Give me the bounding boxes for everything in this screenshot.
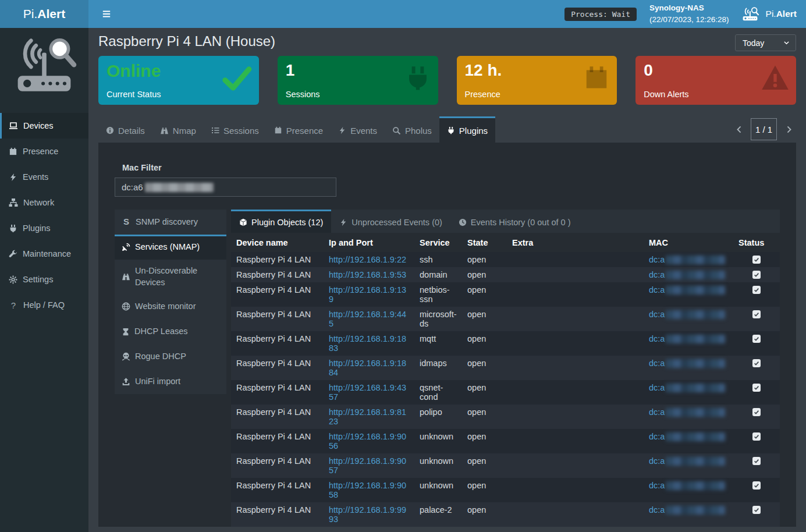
plugin-objects-table: Device name Ip and Port Service State Ex… [231, 233, 780, 527]
status-checkbox[interactable] [752, 384, 761, 392]
plugin-item-snmp-discovery[interactable]: S SNMP discovery [115, 210, 226, 235]
mac-link[interactable]: dc:a [649, 310, 725, 319]
brand-prefix: Pi. [23, 7, 38, 21]
plugin-item-rogue-dhcp[interactable]: Rogue DHCP [115, 344, 226, 369]
sidebar-item-settings[interactable]: Settings [0, 267, 88, 292]
tab-events[interactable]: Events [331, 116, 385, 143]
ip-port-link[interactable]: http://192.168.1.9:53 [329, 270, 406, 279]
mac-link[interactable]: dc:a [649, 505, 725, 515]
ip-port-link[interactable]: http://192.168.1.9:4357 [329, 383, 406, 402]
ip-port-link[interactable]: http://192.168.1.9:9993 [329, 505, 406, 524]
sidebar-item-presence[interactable]: Presence [0, 139, 88, 164]
period-select-value: Today [743, 38, 764, 48]
table-row: Raspberry Pi 4 LAN http://192.168.1.9:99… [231, 502, 780, 527]
clock-icon [459, 218, 467, 226]
sidebar-logo [0, 28, 88, 113]
sidebar-item-maintenance[interactable]: Maintenance [0, 241, 88, 267]
top-navbar: Process: Wait Synology-NAS (22/07/2023, … [88, 0, 806, 28]
mac-filter-input[interactable]: dc:a6 [115, 178, 336, 197]
ip-port-link[interactable]: http://192.168.1.9:9058 [329, 481, 406, 499]
ip-port-link[interactable]: http://192.168.1.9:22 [329, 255, 406, 264]
status-checkbox[interactable] [752, 335, 761, 343]
plugin-item-dhcp-leases[interactable]: DHCP Leases [115, 319, 226, 344]
col-device-name: Device name [231, 233, 324, 252]
mac-link[interactable]: dc:a [649, 456, 725, 466]
redacted-mac [666, 481, 725, 490]
tab-nmap[interactable]: Nmap [152, 116, 204, 143]
plugin-item-services-nmap[interactable]: Services (NMAP) [115, 235, 226, 260]
tab-plugins[interactable]: Plugins [439, 116, 495, 143]
brand-logo[interactable]: Pi.Alert [0, 0, 88, 28]
prev-page-button[interactable] [732, 118, 747, 140]
mac-link[interactable]: dc:a [649, 383, 725, 392]
next-page-button[interactable] [781, 118, 796, 140]
host-name: Synology-NAS [649, 2, 729, 14]
status-checkbox[interactable] [752, 432, 761, 441]
status-checkbox[interactable] [752, 408, 761, 416]
tab-plugin-objects[interactable]: Plugin Objects (12) [231, 210, 331, 233]
tab-pholus[interactable]: Pholus [385, 116, 439, 143]
status-checkbox[interactable] [752, 256, 761, 264]
ip-port-link[interactable]: http://192.168.1.9:1884 [329, 359, 406, 377]
plugin-item-undiscoverable-devices[interactable]: Un-Discoverable Devices [115, 260, 226, 294]
check-icon [754, 483, 759, 488]
ip-port-link[interactable]: http://192.168.1.9:1883 [329, 334, 406, 353]
redacted-mac-value [145, 183, 214, 192]
ip-port-link[interactable]: http://192.168.1.9:9056 [329, 432, 406, 451]
cube-icon [239, 218, 247, 226]
plugin-item-website-monitor[interactable]: Website monitor [115, 294, 226, 319]
sidebar-item-events[interactable]: Events [0, 164, 88, 190]
ip-port-link[interactable]: http://192.168.1.9:445 [329, 310, 406, 328]
router-search-icon [742, 6, 761, 22]
binoculars-icon [160, 126, 169, 135]
check-icon [754, 272, 759, 278]
mac-link[interactable]: dc:a [649, 432, 725, 441]
ip-port-link[interactable]: http://192.168.1.9:139 [329, 285, 406, 304]
mac-link[interactable]: dc:a [649, 334, 725, 343]
period-select[interactable]: Today [735, 34, 796, 51]
redacted-mac [666, 256, 725, 264]
sidebar-item-plugins[interactable]: Plugins [0, 215, 88, 241]
status-checkbox[interactable] [752, 286, 761, 294]
status-checkbox[interactable] [752, 271, 761, 279]
mac-link[interactable]: dc:a [649, 285, 725, 295]
redacted-mac [666, 457, 725, 466]
status-checkbox[interactable] [752, 506, 761, 514]
status-checkbox[interactable] [752, 359, 761, 367]
mac-link[interactable]: dc:a [649, 407, 725, 417]
mac-link[interactable]: dc:a [649, 270, 725, 279]
sidebar-menu: Devices Presence Events Network Plugins … [0, 113, 88, 318]
sidebar-item-devices[interactable]: Devices [0, 113, 88, 139]
card-current-status: Online Current Status [98, 56, 259, 105]
ip-port-link[interactable]: http://192.168.1.9:9057 [329, 456, 406, 475]
status-checkbox[interactable] [752, 310, 761, 318]
process-status-badge: Process: Wait [564, 8, 637, 21]
status-checkbox[interactable] [752, 481, 761, 490]
sidebar-item-help-faq[interactable]: ? Help / FAQ [0, 292, 88, 318]
tab-presence[interactable]: Presence [267, 116, 331, 143]
plugin-item-unifi-import[interactable]: UniFi import [115, 369, 226, 394]
table-row: Raspberry Pi 4 LAN http://192.168.1.9:90… [231, 453, 780, 478]
redacted-mac [666, 384, 725, 392]
pagination: 1 / 1 [732, 118, 796, 140]
tab-sessions[interactable]: Sessions [204, 116, 267, 143]
table-row: Raspberry Pi 4 LAN http://192.168.1.9:81… [231, 405, 780, 429]
mac-link[interactable]: dc:a [649, 255, 725, 264]
sidebar-item-network[interactable]: Network [0, 190, 88, 215]
mac-link[interactable]: dc:a [649, 481, 725, 490]
ip-port-link[interactable]: http://192.168.1.9:8123 [329, 407, 406, 426]
col-state: State [462, 233, 507, 252]
mac-link[interactable]: dc:a [649, 359, 725, 368]
laptop-icon [9, 121, 18, 130]
tab-events-history[interactable]: Events History (0 out of 0 ) [450, 210, 579, 233]
redacted-mac [666, 310, 725, 319]
tab-details[interactable]: Details [98, 116, 152, 143]
navbar-right: Process: Wait Synology-NAS (22/07/2023, … [564, 2, 797, 25]
status-checkbox[interactable] [752, 457, 761, 465]
table-header-row: Device name Ip and Port Service State Ex… [231, 233, 780, 252]
check-icon [222, 63, 252, 93]
sidebar-toggle-button[interactable] [97, 4, 116, 24]
check-icon [754, 257, 759, 263]
col-service: Service [414, 233, 462, 252]
tab-unprocessed-events[interactable]: Unprocessed Events (0) [331, 210, 450, 233]
